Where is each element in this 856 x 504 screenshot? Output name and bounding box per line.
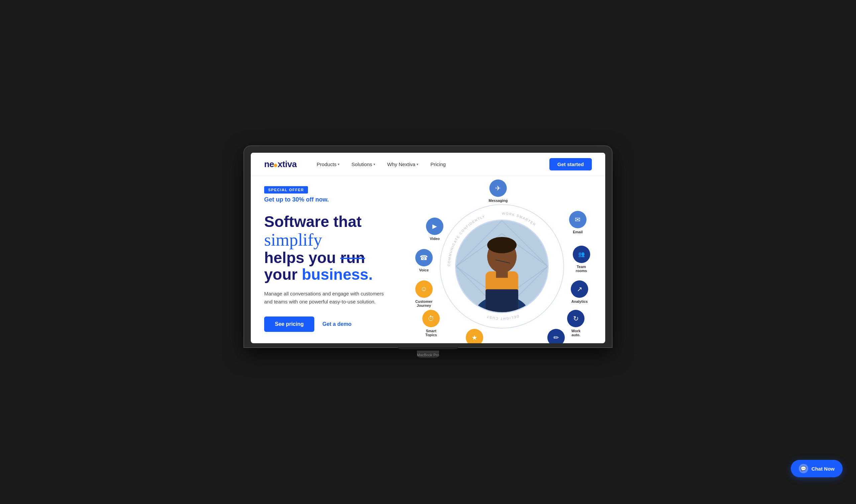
diagram-container: COMMUNICATE CONFIDENTLY WORK SMARTER DEL… <box>412 179 592 343</box>
feature-compose[interactable]: ✏ <box>547 329 565 343</box>
chat-icon: 💬 <box>799 464 808 473</box>
svg-point-10 <box>487 237 516 253</box>
logo-text: nextiva <box>264 159 297 169</box>
feature-analytics[interactable]: ↗ Analytics <box>571 281 588 304</box>
voice-label: Voice <box>419 268 429 272</box>
nav-why-nextiva[interactable]: Why Nextiva ▾ <box>387 161 418 167</box>
customer-journey-icon: ☺ <box>415 281 433 298</box>
email-icon: ✉ <box>569 211 587 228</box>
hero-run-word: run <box>340 249 365 266</box>
get-demo-button[interactable]: Get a demo <box>322 321 352 327</box>
svg-rect-11 <box>496 271 507 278</box>
customer-journey-label: CustomerJourney <box>415 300 432 307</box>
nav-pricing[interactable]: Pricing <box>430 161 446 167</box>
center-circle <box>455 220 549 313</box>
feature-email[interactable]: ✉ Email <box>569 211 587 234</box>
feature-video[interactable]: ▶ Video <box>426 218 443 241</box>
workflow-label: Workauto. <box>571 329 581 337</box>
video-label: Video <box>430 237 440 241</box>
offer-text: Get up to 30% off now. <box>264 196 405 203</box>
messaging-icon: ✈ <box>489 179 507 197</box>
chevron-down-icon: ▾ <box>338 162 339 166</box>
see-pricing-button[interactable]: See pricing <box>264 317 314 332</box>
laptop-notch <box>398 347 458 349</box>
email-label: Email <box>573 230 583 234</box>
feature-messaging[interactable]: ✈ Messaging <box>488 179 507 202</box>
chat-widget-label: Chat Now <box>812 466 835 472</box>
laptop-base: MacBook Pro <box>244 347 612 358</box>
team-rooms-icon: 👥 <box>573 246 590 263</box>
nav-links: Products ▾ Solutions ▾ Why Nextiva ▾ Pri… <box>317 161 549 167</box>
navbar: nextiva Products ▾ Solutions ▾ Why Nexti… <box>251 153 605 176</box>
feature-star[interactable]: ★ <box>466 329 483 343</box>
analytics-label: Analytics <box>571 300 588 304</box>
compose-icon: ✏ <box>547 329 565 343</box>
feature-smart-topics[interactable]: ⏱ SmartTopics <box>422 310 440 337</box>
person-image <box>456 220 548 312</box>
chat-widget[interactable]: 💬 Chat Now <box>791 460 843 477</box>
hero-section: SPECIAL OFFER Get up to 30% off now. Sof… <box>251 176 605 343</box>
svg-rect-13 <box>485 289 518 312</box>
team-rooms-label: Teamrooms <box>576 265 587 273</box>
feature-voice[interactable]: ☎ Voice <box>415 249 433 272</box>
logo-dot-icon <box>274 164 277 167</box>
chevron-down-icon: ▾ <box>374 162 375 166</box>
get-started-button[interactable]: Get started <box>549 158 592 170</box>
hero-subtext: Manage all conversations and engage with… <box>264 290 391 306</box>
hero-simplify-word: simplify <box>264 230 322 249</box>
laptop-base-bar: MacBook Pro <box>417 350 439 358</box>
voice-icon: ☎ <box>415 249 433 266</box>
analytics-icon: ↗ <box>571 281 588 298</box>
nav-solutions[interactable]: Solutions ▾ <box>352 161 375 167</box>
nav-products[interactable]: Products ▾ <box>317 161 339 167</box>
smart-topics-label: SmartTopics <box>425 329 437 337</box>
messaging-label: Messaging <box>488 199 507 202</box>
hero-buttons: See pricing Get a demo <box>264 317 405 332</box>
logo[interactable]: nextiva <box>264 159 297 169</box>
hero-right: COMMUNICATE CONFIDENTLY WORK SMARTER DEL… <box>412 186 592 337</box>
feature-team-rooms[interactable]: 👥 Teamrooms <box>573 246 590 273</box>
workflow-icon: ↻ <box>567 310 585 327</box>
laptop-model-label: MacBook Pro <box>417 353 439 357</box>
feature-workflow[interactable]: ↻ Workauto. <box>567 310 585 337</box>
video-icon: ▶ <box>426 218 443 235</box>
hero-business-word: business. <box>302 266 373 283</box>
smart-topics-icon: ⏱ <box>422 310 440 327</box>
special-offer-badge: SPECIAL OFFER <box>264 186 308 194</box>
hero-left: SPECIAL OFFER Get up to 30% off now. Sof… <box>264 186 412 337</box>
chevron-down-icon: ▾ <box>417 162 418 166</box>
feature-customer-journey[interactable]: ☺ CustomerJourney <box>415 281 433 307</box>
hero-heading: Software that simplify helps you run you… <box>264 213 405 283</box>
star-icon: ★ <box>466 329 483 343</box>
